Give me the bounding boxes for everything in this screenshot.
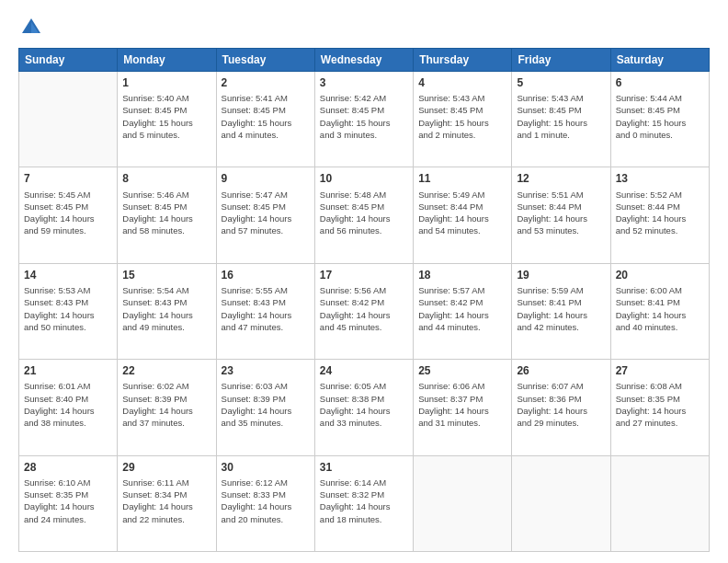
calendar-header-saturday: Saturday [610,49,709,72]
day-info: Sunrise: 5:46 AMSunset: 8:45 PMDaylight:… [122,189,210,237]
day-number: 20 [616,268,704,282]
day-info: Sunrise: 6:00 AMSunset: 8:41 PMDaylight:… [616,284,704,333]
day-number: 31 [320,460,408,475]
day-info: Sunrise: 5:41 AMSunset: 8:45 PMDaylight:… [222,92,310,141]
calendar-cell: 13Sunrise: 5:52 AMSunset: 8:44 PMDayligh… [610,167,709,263]
calendar-cell: 28Sunrise: 6:10 AMSunset: 8:35 PMDayligh… [19,455,118,551]
calendar-cell: 23Sunrise: 6:03 AMSunset: 8:39 PMDayligh… [216,360,314,455]
day-info: Sunrise: 6:06 AMSunset: 8:37 PMDaylight:… [418,380,506,429]
calendar-cell: 15Sunrise: 5:54 AMSunset: 8:43 PMDayligh… [118,263,216,359]
calendar-header-monday: Monday [118,49,216,72]
calendar-week-2: 14Sunrise: 5:53 AMSunset: 8:43 PMDayligh… [19,263,710,359]
calendar-cell: 18Sunrise: 5:57 AMSunset: 8:42 PMDayligh… [414,263,512,359]
day-info: Sunrise: 5:57 AMSunset: 8:42 PMDaylight:… [418,284,506,333]
calendar-cell: 3Sunrise: 5:42 AMSunset: 8:45 PMDaylight… [314,72,413,167]
day-number: 2 [222,75,310,90]
calendar-cell: 24Sunrise: 6:05 AMSunset: 8:38 PMDayligh… [314,360,413,455]
day-number: 15 [122,268,210,282]
day-info: Sunrise: 6:07 AMSunset: 8:36 PMDaylight:… [517,380,605,429]
calendar-cell: 21Sunrise: 6:01 AMSunset: 8:40 PMDayligh… [19,360,118,455]
calendar-cell: 9Sunrise: 5:47 AMSunset: 8:45 PMDaylight… [216,167,314,263]
calendar-cell: 10Sunrise: 5:48 AMSunset: 8:45 PMDayligh… [314,167,413,263]
calendar-week-3: 21Sunrise: 6:01 AMSunset: 8:40 PMDayligh… [19,360,710,455]
calendar-cell: 29Sunrise: 6:11 AMSunset: 8:34 PMDayligh… [118,455,216,551]
day-number: 18 [418,268,506,282]
day-info: Sunrise: 5:52 AMSunset: 8:44 PMDaylight:… [616,189,704,237]
day-info: Sunrise: 5:43 AMSunset: 8:45 PMDaylight:… [418,92,506,141]
calendar-header-row: SundayMondayTuesdayWednesdayThursdayFrid… [19,49,710,72]
day-info: Sunrise: 5:40 AMSunset: 8:45 PMDaylight:… [122,92,210,141]
day-info: Sunrise: 5:47 AMSunset: 8:45 PMDaylight:… [222,189,310,237]
calendar-week-0: 1Sunrise: 5:40 AMSunset: 8:45 PMDaylight… [19,72,710,167]
calendar-cell: 25Sunrise: 6:06 AMSunset: 8:37 PMDayligh… [414,360,512,455]
day-info: Sunrise: 5:59 AMSunset: 8:41 PMDaylight:… [517,284,605,333]
day-info: Sunrise: 6:03 AMSunset: 8:39 PMDaylight:… [222,380,310,429]
calendar-cell: 8Sunrise: 5:46 AMSunset: 8:45 PMDaylight… [118,167,216,263]
day-info: Sunrise: 6:01 AMSunset: 8:40 PMDaylight:… [24,380,112,429]
header [18,15,710,40]
calendar-cell: 20Sunrise: 6:00 AMSunset: 8:41 PMDayligh… [610,263,709,359]
page: SundayMondayTuesdayWednesdayThursdayFrid… [0,0,728,563]
day-info: Sunrise: 6:02 AMSunset: 8:39 PMDaylight:… [122,380,210,429]
day-info: Sunrise: 5:54 AMSunset: 8:43 PMDaylight:… [122,284,210,333]
day-info: Sunrise: 5:43 AMSunset: 8:45 PMDaylight:… [517,92,605,141]
day-number: 24 [320,363,408,378]
logo-icon [18,15,44,40]
day-number: 28 [24,460,112,475]
day-number: 10 [320,171,408,186]
day-number: 1 [122,75,210,90]
day-number: 11 [418,171,506,186]
day-number: 22 [122,363,210,378]
day-info: Sunrise: 5:48 AMSunset: 8:45 PMDaylight:… [320,189,408,237]
calendar-cell: 17Sunrise: 5:56 AMSunset: 8:42 PMDayligh… [314,263,413,359]
day-number: 25 [418,363,506,378]
day-number: 23 [222,363,310,378]
calendar-cell: 12Sunrise: 5:51 AMSunset: 8:44 PMDayligh… [512,167,610,263]
day-number: 3 [320,75,408,90]
day-info: Sunrise: 6:08 AMSunset: 8:35 PMDaylight:… [616,380,704,429]
day-number: 26 [517,363,605,378]
calendar-week-4: 28Sunrise: 6:10 AMSunset: 8:35 PMDayligh… [19,455,710,551]
day-number: 30 [222,460,310,475]
day-number: 29 [122,460,210,475]
day-info: Sunrise: 5:45 AMSunset: 8:45 PMDaylight:… [24,189,112,237]
calendar: SundayMondayTuesdayWednesdayThursdayFrid… [18,48,710,552]
day-number: 21 [24,363,112,378]
calendar-cell: 19Sunrise: 5:59 AMSunset: 8:41 PMDayligh… [512,263,610,359]
calendar-cell: 4Sunrise: 5:43 AMSunset: 8:45 PMDaylight… [414,72,512,167]
day-info: Sunrise: 5:44 AMSunset: 8:45 PMDaylight:… [616,92,704,141]
calendar-header-sunday: Sunday [19,49,118,72]
calendar-cell [512,455,610,551]
calendar-cell: 30Sunrise: 6:12 AMSunset: 8:33 PMDayligh… [216,455,314,551]
day-number: 9 [222,171,310,186]
day-info: Sunrise: 6:11 AMSunset: 8:34 PMDaylight:… [122,477,210,525]
calendar-cell [414,455,512,551]
calendar-cell: 14Sunrise: 5:53 AMSunset: 8:43 PMDayligh… [19,263,118,359]
calendar-cell: 5Sunrise: 5:43 AMSunset: 8:45 PMDaylight… [512,72,610,167]
day-number: 13 [616,171,704,186]
calendar-week-1: 7Sunrise: 5:45 AMSunset: 8:45 PMDaylight… [19,167,710,263]
day-info: Sunrise: 5:55 AMSunset: 8:43 PMDaylight:… [222,284,310,333]
day-info: Sunrise: 6:12 AMSunset: 8:33 PMDaylight:… [222,477,310,525]
calendar-cell: 27Sunrise: 6:08 AMSunset: 8:35 PMDayligh… [610,360,709,455]
calendar-header-friday: Friday [512,49,610,72]
day-number: 7 [24,171,112,186]
day-info: Sunrise: 5:49 AMSunset: 8:44 PMDaylight:… [418,189,506,237]
calendar-cell: 26Sunrise: 6:07 AMSunset: 8:36 PMDayligh… [512,360,610,455]
day-number: 8 [122,171,210,186]
calendar-header-thursday: Thursday [414,49,512,72]
day-info: Sunrise: 6:10 AMSunset: 8:35 PMDaylight:… [24,477,112,525]
calendar-cell [19,72,118,167]
day-info: Sunrise: 5:53 AMSunset: 8:43 PMDaylight:… [24,284,112,333]
day-number: 14 [24,268,112,282]
day-number: 12 [517,171,605,186]
calendar-cell: 1Sunrise: 5:40 AMSunset: 8:45 PMDaylight… [118,72,216,167]
calendar-cell: 22Sunrise: 6:02 AMSunset: 8:39 PMDayligh… [118,360,216,455]
day-number: 5 [517,75,605,90]
calendar-header-wednesday: Wednesday [314,49,413,72]
calendar-cell: 2Sunrise: 5:41 AMSunset: 8:45 PMDaylight… [216,72,314,167]
calendar-cell: 11Sunrise: 5:49 AMSunset: 8:44 PMDayligh… [414,167,512,263]
day-info: Sunrise: 6:14 AMSunset: 8:32 PMDaylight:… [320,477,408,525]
day-info: Sunrise: 6:05 AMSunset: 8:38 PMDaylight:… [320,380,408,429]
day-number: 27 [616,363,704,378]
